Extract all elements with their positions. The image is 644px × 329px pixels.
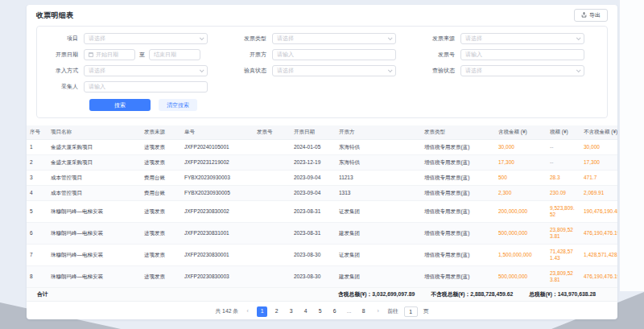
- filter-verify-status-label: 验真状态: [225, 67, 272, 75]
- invoice-date-end-placeholder: 结束日期: [154, 51, 196, 59]
- table-cell: [254, 266, 291, 288]
- page-button-3[interactable]: 3: [286, 306, 296, 317]
- table-cell: JXFP20240105001: [181, 140, 254, 155]
- verify-status-select[interactable]: 请选择: [272, 65, 396, 76]
- table-cell: 500,000,000: [495, 266, 547, 288]
- invoice-source-select[interactable]: 请选择: [460, 33, 584, 44]
- window-right-strip: [620, 0, 644, 291]
- page-button-5[interactable]: 5: [315, 306, 325, 317]
- table-row[interactable]: 3成本管控项目费用台账FYBX202309300032023-09-041121…: [27, 171, 617, 186]
- page-button-6[interactable]: 6: [329, 306, 340, 317]
- invoice-type-select[interactable]: 请选择: [272, 33, 396, 44]
- table-row[interactable]: 4成本管控项目费用台账FYBX202309300052023-09-041313…: [27, 186, 617, 201]
- pagination: 共 142 条 ‹ 123456...8 › 前往 1 页: [27, 302, 617, 319]
- collector-input[interactable]: 请输入: [84, 81, 208, 93]
- chevron-down-icon: [200, 68, 204, 72]
- next-page-button[interactable]: ›: [373, 306, 383, 317]
- total-without-tax: 不含税总额(¥)：2,888,728,459.62: [431, 290, 513, 298]
- table-cell: 23,809,523.81: [547, 223, 580, 245]
- filter-invoice-date-label: 开票日期: [37, 51, 84, 59]
- table-header-row: 序号 项目名称 发票来源 单号 发票号 开票日期 开票方 发票类型 含税金额 (…: [27, 125, 617, 140]
- table-cell: 建发集团: [336, 223, 421, 245]
- page-header: 收票明细表 导出: [27, 5, 617, 26]
- filter-invoice-no-label: 发票号: [414, 51, 460, 59]
- table-row[interactable]: 1金盛大厦采购项目进项发票JXFP202401050012024-01-05东海…: [27, 140, 617, 155]
- table-cell: 增值税专用发票(蓝): [421, 186, 495, 201]
- table-cell: 金盛大厦采购项目: [47, 155, 141, 171]
- table-cell: 2024-01-05: [291, 140, 336, 155]
- table-cell: JXFP20230830003: [181, 266, 254, 288]
- table-row[interactable]: 2金盛大厦采购项目进项发票JXFP202312190022023-12-19东海…: [27, 155, 617, 171]
- prev-page-button[interactable]: ‹: [242, 306, 253, 317]
- table-cell: 增值税专用发票(蓝): [421, 201, 495, 223]
- table-cell: JXFP20230830002: [181, 201, 254, 223]
- table-cell: 增值税专用发票(蓝): [421, 223, 495, 245]
- table-cell: 200,000,000: [495, 201, 547, 223]
- clear-search-button[interactable]: 清空搜索: [159, 99, 197, 111]
- filter-invoice-date: 开票日期 开始日期 至 结束日期: [37, 49, 225, 60]
- table-cell: JXFP20230830001: [181, 245, 254, 266]
- issuer-input[interactable]: 请输入: [272, 49, 396, 60]
- column-order-no: 单号: [181, 125, 254, 140]
- page-button-8[interactable]: 8: [358, 306, 369, 317]
- filter-invoice-no: 发票号 请输入: [414, 49, 602, 60]
- column-no: 序号: [27, 125, 47, 140]
- check-status-select-placeholder: 请选择: [465, 67, 576, 75]
- project-select[interactable]: 请选择: [84, 33, 208, 44]
- table-cell: 2,069.91: [580, 186, 617, 201]
- goto-page-input[interactable]: 1: [404, 306, 418, 317]
- table-cell: 500,000,000: [495, 223, 547, 245]
- table-cell: 17,300: [495, 155, 547, 171]
- page-button-4[interactable]: 4: [300, 306, 311, 317]
- invoice-date-start-input[interactable]: 开始日期: [84, 49, 135, 60]
- main-panel: 收票明细表 导出 项目 请选择 发票类型 请选择: [27, 5, 617, 319]
- table-row[interactable]: 5珠穆朗玛峰—电梯安装进项发票JXFP202308300022023-08-31…: [27, 201, 617, 223]
- table-cell: 230.09: [547, 186, 580, 201]
- invoice-no-input-placeholder: 请输入: [465, 51, 580, 59]
- entry-method-select[interactable]: 请选择: [84, 65, 208, 76]
- table-cell: [254, 186, 291, 201]
- search-button[interactable]: 搜索: [89, 99, 151, 111]
- table-row[interactable]: 6珠穆朗玛峰—电梯安装进项发票JXFP202308310012023-08-31…: [27, 223, 617, 245]
- table-cell: 4: [27, 186, 47, 201]
- table-row[interactable]: 7珠穆朗玛峰—电梯安装进项发票JXFP202308300012023-08-30…: [27, 245, 617, 266]
- filter-collector: 采集人 请输入: [37, 81, 225, 93]
- table-cell: [254, 155, 291, 171]
- table-cell: 证发集团: [336, 245, 421, 266]
- invoice-date-end-input[interactable]: 结束日期: [149, 49, 200, 60]
- table-cell: 增值税专用发票(蓝): [421, 171, 495, 186]
- table-cell: 2,300: [495, 186, 547, 201]
- table-cell: 471.7: [580, 171, 617, 186]
- table-cell: 东海特供: [336, 140, 421, 155]
- table-cell: 进项发票: [141, 140, 181, 155]
- filter-check-status-label: 查验状态: [414, 67, 460, 75]
- table-cell: 1,500,000,000: [495, 245, 547, 266]
- column-project-name: 项目名称: [47, 125, 141, 140]
- table-cell: 28.3: [547, 171, 580, 186]
- export-button[interactable]: 导出: [574, 9, 608, 22]
- page-button-2[interactable]: 2: [271, 306, 282, 317]
- table-cell: 9,523,809.52: [547, 201, 580, 223]
- table-cell: 证发集团: [336, 201, 421, 223]
- table-cell: 建发集团: [336, 266, 421, 288]
- table-cell: 23,809,523.81: [547, 266, 580, 288]
- invoice-source-select-placeholder: 请选择: [465, 35, 576, 43]
- date-range-separator: 至: [139, 51, 145, 59]
- invoice-no-input[interactable]: 请输入: [460, 49, 584, 60]
- filter-check-status: 查验状态 请选择: [414, 65, 602, 76]
- table-cell: 2023-09-04: [291, 186, 336, 201]
- table-cell: 进项发票: [141, 155, 181, 171]
- table-row[interactable]: 8珠穆朗玛峰—电梯安装进项发票JXFP202308300032023-08-30…: [27, 266, 617, 288]
- page-button-1[interactable]: 1: [257, 306, 267, 317]
- check-status-select[interactable]: 请选择: [460, 65, 584, 76]
- table-cell: 费用台账: [141, 171, 181, 186]
- table-cell: 成本管控项目: [47, 186, 141, 201]
- column-invoice-source: 发票来源: [141, 125, 181, 140]
- total-tax: 总税额(¥)：143,970,638.28: [529, 290, 596, 298]
- chevron-down-icon: [388, 68, 393, 72]
- table-cell: [254, 140, 291, 155]
- invoice-date-start-placeholder: 开始日期: [96, 51, 130, 59]
- export-button-label: 导出: [589, 11, 601, 19]
- table-cell: JXFP20230831001: [181, 223, 254, 245]
- table-cell: [254, 171, 291, 186]
